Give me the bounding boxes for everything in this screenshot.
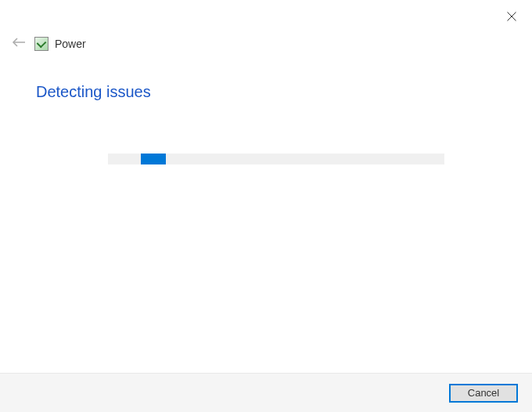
cancel-button[interactable]: Cancel (449, 384, 518, 403)
header: Power (9, 34, 86, 53)
progress-indicator (141, 154, 166, 164)
back-button[interactable] (9, 34, 28, 53)
power-troubleshooter-icon (34, 37, 49, 51)
footer: Cancel (0, 373, 532, 412)
back-arrow-icon (12, 37, 26, 51)
close-icon (507, 10, 516, 24)
status-heading: Detecting issues (36, 83, 151, 101)
page-title: Power (55, 38, 86, 50)
close-button[interactable] (502, 8, 521, 27)
progress-bar (108, 154, 444, 164)
